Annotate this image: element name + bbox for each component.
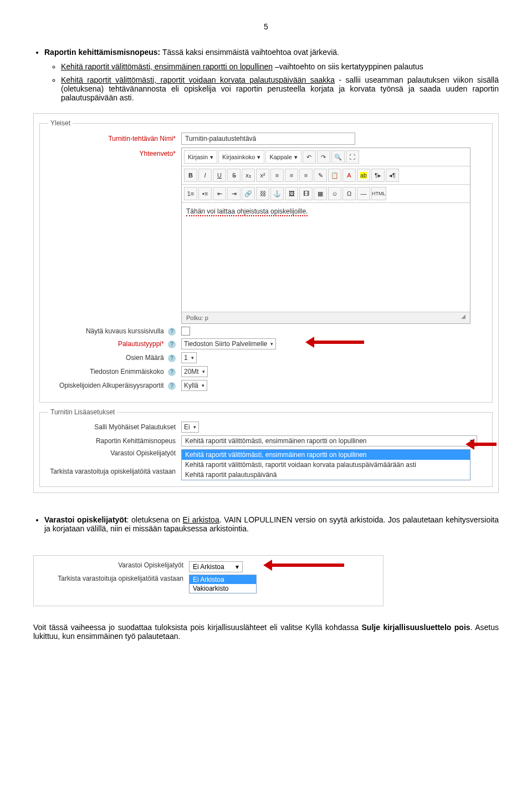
label-varastoi: Varastoi Opiskelijatyöt [48, 449, 181, 457]
help-icon[interactable]: ? [168, 354, 176, 362]
list-ul-icon[interactable]: •≡ [198, 187, 212, 200]
superscript-icon[interactable]: x² [256, 169, 269, 182]
hr-icon[interactable]: — [357, 187, 370, 200]
paste-icon[interactable]: 📋 [328, 169, 341, 182]
font-color-icon[interactable]: A [342, 169, 356, 182]
select-salli[interactable]: Ei ▾ [181, 422, 199, 433]
s2-dd-option-2[interactable]: Vakioarkisto [190, 584, 256, 593]
tb-size[interactable]: Kirjasinkoko▾ [218, 150, 264, 164]
chevron-down-icon: ▾ [202, 369, 205, 374]
s2-dropdown-open[interactable]: Ei Arkistoa Vakioarkisto [189, 575, 257, 593]
undo-icon[interactable]: ↶ [303, 150, 316, 164]
label-osien: Osien Määrä ? [48, 354, 181, 362]
chevron-down-icon: ▾ [193, 424, 196, 430]
label-nimi-text: Turnitin-tehtävän Nimi [108, 135, 173, 143]
subscript-icon[interactable]: x₂ [242, 169, 255, 182]
select-alkup[interactable]: Kyllä ▾ [181, 380, 207, 391]
sub2-link: Kehitä raportit välittömästi, raportit v… [61, 75, 335, 84]
highlight-icon[interactable]: ab [357, 169, 370, 182]
chevron-down-icon: ▾ [191, 355, 194, 361]
anchor-icon[interactable]: ⚓ [270, 187, 284, 200]
strike-icon[interactable]: S̶ [227, 169, 241, 182]
label-kuvaus-text: Näytä kuvaus kurssisivulla [86, 327, 164, 335]
help-icon[interactable]: ? [168, 328, 176, 336]
s2-select-varastoi[interactable]: Ei Arkistoa ▾ [189, 561, 243, 572]
emoji-icon[interactable]: ☺ [328, 187, 341, 200]
label-yhteenveto-text: Yhteenveto [140, 150, 173, 158]
select-osien[interactable]: 1 ▾ [181, 352, 197, 363]
footer-text-1: Voit tässä vaiheessa jo suodattaa tuloks… [33, 623, 362, 632]
align-left-icon[interactable]: ≡ [270, 169, 284, 182]
help-icon[interactable]: ? [168, 382, 176, 390]
bold-icon[interactable]: B [184, 169, 197, 182]
fullscreen-icon[interactable]: ⛶ [346, 150, 359, 164]
label-kuvaus: Näytä kuvaus kurssisivulla ? [48, 327, 181, 336]
label-tiedoston: Tiedoston Enimmäiskoko ? [48, 368, 181, 376]
char-icon[interactable]: Ω [342, 187, 356, 200]
input-nimi[interactable]: Turnitin-palautustehtävä [181, 133, 355, 145]
clean-icon[interactable]: ✎ [314, 169, 327, 182]
label-salli: Salli Myöhäiset Palautukset [48, 423, 181, 431]
table-icon[interactable]: ▦ [314, 187, 327, 200]
sub-bullet-1: Kehitä raportit välittömästi, ensimmäine… [61, 62, 499, 71]
select-tiedoston[interactable]: 20Mt ▾ [181, 366, 208, 377]
help-icon[interactable]: ? [168, 341, 176, 348]
tb-font[interactable]: Kirjasin▾ [184, 150, 217, 164]
select-kehitys[interactable]: Kehitä raportit välittömästi, ensimmäine… [181, 435, 477, 446]
s2-dd-option-1[interactable]: Ei Arkistoa [190, 575, 256, 584]
footer-paragraph: Voit tässä vaiheessa jo suodattaa tuloks… [33, 623, 499, 641]
label-tiedoston-text: Tiedoston Enimmäiskoko [90, 368, 164, 375]
list-ol-icon[interactable]: 1≡ [184, 187, 197, 200]
redo-icon[interactable]: ↷ [317, 150, 330, 164]
editor-text: Tähän voi laittaa ohjeistusta opiskelijo… [186, 207, 308, 216]
label-tarkista: Tarkista varastoituja opiskelijatöitä va… [48, 468, 181, 475]
outdent-icon[interactable]: ⇤ [213, 187, 226, 200]
italic-icon[interactable]: I [198, 169, 212, 182]
tb-format[interactable]: Kappale▾ [265, 150, 301, 164]
find-icon[interactable]: 🔍 [331, 150, 345, 164]
fieldset-yleiset: Yleiset Turnitin-tehtävän Nimi* Turnitin… [39, 119, 493, 403]
checkbox-kuvaus[interactable] [181, 327, 190, 336]
label-osien-text: Osien Määrä [126, 354, 164, 362]
label-nimi: Turnitin-tehtävän Nimi* [48, 135, 181, 143]
unlink-icon[interactable]: ⛓ [256, 187, 269, 200]
editor-toolbar-2: B I U S̶ x₂ x² ≡ ≡ ≡ ✎ 📋 A ab ¶▸ [182, 166, 470, 185]
legend-yleiset: Yleiset [48, 119, 73, 127]
dropdown-kehitys-open[interactable]: Kehitä raportit välittömästi, ensimmäine… [181, 449, 470, 480]
bullet-raportin-text: Tässä kaksi ensimmäistä vaihtoehtoa ovat… [160, 48, 339, 57]
resize-handle-icon[interactable] [461, 314, 466, 319]
html-icon[interactable]: HTML [371, 187, 386, 200]
chevron-down-icon: ▾ [270, 341, 273, 347]
s2-label-tarkista: Tarkista varastoituja opiskelijatöitä va… [42, 575, 189, 582]
image-icon[interactable]: 🖼 [285, 187, 298, 200]
underline-icon[interactable]: U [213, 169, 226, 182]
dd-option-1[interactable]: Kehitä raportit välittömästi, ensimmäine… [182, 450, 470, 460]
indent-icon[interactable]: ⇥ [227, 187, 241, 200]
label-alkup-text: Opiskelijoiden Alkuperäisyysraportit [59, 382, 164, 389]
editor-path: Polku: p [186, 314, 208, 321]
select-palautustyyppi[interactable]: Tiedoston Siirto Palvelimelle ▾ [181, 338, 276, 349]
align-right-icon[interactable]: ≡ [299, 169, 313, 182]
tb-format-label: Kappale [269, 154, 291, 160]
dd-option-3[interactable]: Kehitä raportit palautuspäivänä [182, 470, 470, 480]
link-icon[interactable]: 🔗 [242, 187, 255, 200]
select-palautustyyppi-value: Tiedoston Siirto Palvelimelle [184, 340, 267, 348]
help-icon[interactable]: ? [168, 368, 176, 376]
rich-editor[interactable]: Kirjasin▾ Kirjasinkoko▾ Kappale▾ ↶ ↷ 🔍 ⛶… [181, 148, 470, 324]
ltr-icon[interactable]: ¶▸ [371, 169, 385, 182]
s2-label-varastoi: Varastoi Opiskelijatyöt [42, 561, 189, 569]
align-center-icon[interactable]: ≡ [285, 169, 298, 182]
s2-select-varastoi-value: Ei Arkistoa [193, 563, 224, 571]
label-kehitys: Raportin Kehittämisnopeus [48, 437, 181, 445]
rtl-icon[interactable]: ◂¶ [386, 169, 399, 182]
label-alkup: Opiskelijoiden Alkuperäisyysraportit ? [48, 382, 181, 390]
select-tiedoston-value: 20Mt [184, 368, 199, 375]
chevron-down-icon: ▾ [236, 563, 239, 571]
dd-option-2[interactable]: Kehitä raportit välittömästi, raportit v… [182, 460, 470, 470]
editor-toolbar-3: 1≡ •≡ ⇤ ⇥ 🔗 ⛓ ⚓ 🖼 🎞 ▦ ☺ Ω — HTML [182, 185, 470, 203]
editor-body[interactable]: Tähän voi laittaa ohjeistusta opiskelijo… [182, 203, 470, 312]
bullet-raportin: Raportin kehittämismisnopeus: Tässä kaks… [44, 48, 499, 102]
chevron-down-icon: ▾ [202, 383, 204, 388]
media-icon[interactable]: 🎞 [299, 187, 313, 200]
page-number: 5 [33, 22, 499, 31]
